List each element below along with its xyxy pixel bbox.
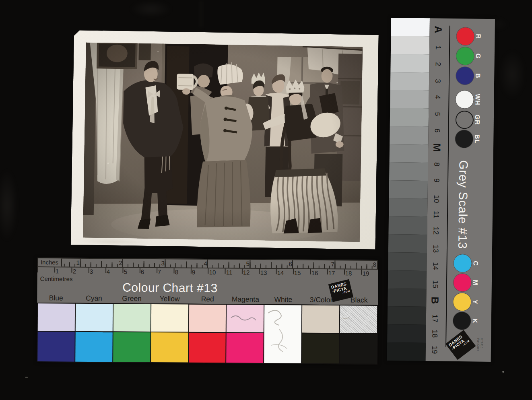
grey-row-label: 3 <box>433 73 443 89</box>
grey-row-label: 10 <box>431 191 441 207</box>
grey-row-label: 2 <box>433 56 443 72</box>
patch-magenta-light <box>227 305 264 332</box>
red-circle <box>456 27 474 45</box>
scan-smudge <box>498 48 526 101</box>
black-circle <box>455 130 473 148</box>
grey-step <box>387 324 426 343</box>
cm-number: 13 <box>260 269 267 276</box>
ruler-bar: Inches Centimetres 1 2 3 4 5 6 7 8 1 2 3… <box>37 258 378 305</box>
cm-number: 8 <box>175 268 178 275</box>
grey-row-label: 18 <box>430 326 439 342</box>
white-circle <box>456 91 474 109</box>
photo-image <box>83 42 363 242</box>
patch-green-light <box>113 304 150 332</box>
inch-number: 3 <box>158 260 165 266</box>
green-circle <box>456 47 474 65</box>
patch-black-light <box>340 305 377 333</box>
circle-label: B <box>473 69 483 82</box>
grey-step <box>388 252 427 271</box>
circle-label: WH <box>472 93 482 106</box>
circle-label: C <box>470 256 480 270</box>
cm-number: 17 <box>328 270 335 276</box>
inch-number: 5 <box>243 260 250 267</box>
photo-scene <box>83 42 363 242</box>
cm-number: 2 <box>73 268 76 275</box>
grey-step <box>388 306 427 325</box>
colour-chart: Inches Centimetres 1 2 3 4 5 6 7 8 1 2 3… <box>37 258 378 365</box>
column-label: Green <box>113 294 151 303</box>
grey-step <box>389 180 428 199</box>
circle-label: K <box>470 314 480 328</box>
scan-smudge <box>0 167 18 243</box>
column-label: Blue <box>37 294 75 303</box>
scan-scratch <box>200 0 202 28</box>
column-label: Black <box>340 296 378 305</box>
grey-row-label: 15 <box>431 276 440 292</box>
patch-white <box>264 305 302 363</box>
grey-row-label: A <box>433 21 443 37</box>
grey-step <box>390 72 429 91</box>
part-code-line: ST1316 <box>480 338 484 361</box>
cm-number: 19 <box>363 270 369 277</box>
scanner-bed: Inches Centimetres 1 2 3 4 5 6 7 8 1 2 3… <box>0 0 532 400</box>
patch-blue-light <box>38 303 75 331</box>
grey-circle <box>456 111 474 129</box>
inch-number: 1 <box>73 259 80 266</box>
cm-number: 3 <box>90 268 93 275</box>
inch-number: 7 <box>328 261 334 268</box>
magenta-circle <box>454 274 472 292</box>
inch-number: 2 <box>116 259 122 266</box>
cm-number: 15 <box>294 269 301 276</box>
column-label: 3/Color <box>302 296 340 305</box>
grey-row-label: 6 <box>432 122 442 138</box>
patch-yellow-light <box>151 304 188 332</box>
grey-step <box>389 198 428 216</box>
photo-print <box>71 30 379 249</box>
scan-smudge <box>129 0 173 18</box>
grey-step <box>391 18 430 36</box>
grey-scale-strip: A 1 2 3 4 5 6 M 8 9 10 11 12 13 14 15 B … <box>387 18 495 362</box>
colour-chart-title: Colour Chart #13 <box>93 280 246 295</box>
dust-speck <box>502 371 504 373</box>
blue-circle <box>456 67 474 85</box>
circle-label: G <box>473 49 483 63</box>
patch-red-dark <box>189 333 226 363</box>
danes-picta-logo: DANES -PICTA .COM <box>445 330 476 360</box>
grey-row-label: M <box>432 139 442 155</box>
grey-step <box>388 234 427 253</box>
grey-row-label: 12 <box>431 223 441 239</box>
cm-number: 16 <box>311 270 318 276</box>
grey-row-label: 9 <box>432 172 441 188</box>
cm-number: 14 <box>277 269 284 276</box>
grey-row-label: 4 <box>433 89 442 105</box>
patch-green-dark <box>113 332 150 362</box>
cm-number: 7 <box>158 268 161 275</box>
cm-number: 11 <box>226 269 233 276</box>
circle-label: M <box>470 276 480 289</box>
grey-row-label: 17 <box>430 310 440 326</box>
patch-black-dark <box>340 334 377 364</box>
grey-row-label: 1 <box>433 39 443 56</box>
cm-number: 12 <box>243 269 250 276</box>
inch-number: 4 <box>201 260 207 267</box>
grey-step <box>390 54 429 72</box>
cm-number: 4 <box>107 268 110 275</box>
column-label: White <box>264 295 302 305</box>
grey-step <box>388 270 427 289</box>
grey-step <box>388 216 427 235</box>
grey-step <box>389 162 428 181</box>
patch-red-light <box>189 305 226 332</box>
yellow-circle <box>453 293 471 311</box>
inches-label: Inches <box>39 258 62 266</box>
centimetres-label: Centimetres <box>40 275 73 282</box>
patch-3color-light <box>302 305 339 333</box>
colour-patch-grid <box>37 303 378 365</box>
cm-number: 10 <box>209 269 216 276</box>
cm-number: 9 <box>192 269 195 276</box>
grey-step <box>390 144 429 163</box>
patch-magenta-dark <box>227 333 264 363</box>
column-label: Yellow <box>151 295 189 304</box>
grey-scale-card: A 1 2 3 4 5 6 M 8 9 10 11 12 13 14 15 B … <box>426 18 495 362</box>
grey-row-label: 11 <box>431 206 441 223</box>
patch-3color-dark <box>302 334 339 364</box>
